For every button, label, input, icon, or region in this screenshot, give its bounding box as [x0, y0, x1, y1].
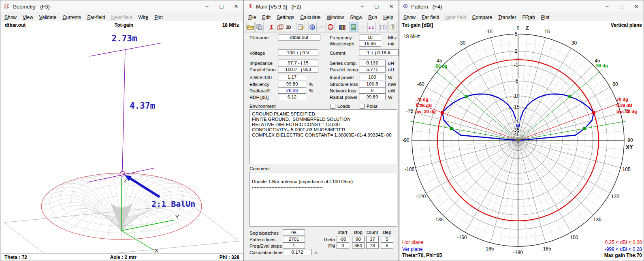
main-menu-settings[interactable]: Settings — [277, 15, 294, 20]
toolbar-button-show-description[interactable] — [379, 22, 388, 32]
maximize-button[interactable]: ▢ — [614, 0, 629, 13]
toolbar-button-geometry-view[interactable] — [276, 22, 284, 32]
polar-checkbox-label: Polar — [367, 104, 377, 109]
main-menu-edit[interactable]: Edit — [262, 15, 271, 20]
field-wavelength-value[interactable]: 16.66 — [359, 40, 381, 47]
geometry-menu-near-field: Near-field — [111, 15, 132, 20]
field-input-power-label: Input power — [330, 75, 354, 80]
field-structure-loss-value[interactable]: 106.8 — [359, 81, 386, 87]
stat-calculation-time-value[interactable]: 0.172 — [283, 249, 312, 255]
pattern-menu-fftab[interactable]: FFtab — [522, 15, 535, 20]
angle-label: -15 — [486, 29, 493, 34]
field-radiat-power-value[interactable]: 99.89 — [359, 94, 386, 100]
pattern-menu-plot[interactable]: Plot — [541, 15, 550, 20]
geometry-menu-show[interactable]: Show — [4, 15, 17, 20]
angle-label: 120 — [611, 194, 619, 199]
angle-label: -60 — [417, 81, 424, 87]
field-frequency-value[interactable]: 18 — [359, 34, 381, 41]
feedpoint-circle — [120, 171, 125, 176]
geometry-filename: dtbar.out — [5, 22, 26, 28]
sweep-theta-stop[interactable]: 90 — [352, 236, 365, 242]
main-menu-run[interactable]: Run — [368, 15, 377, 20]
main-menu-show[interactable]: Show — [350, 15, 362, 20]
geometry-menu-far-field[interactable]: Far-field — [87, 15, 105, 20]
field-network-loss-value[interactable]: 0 — [359, 87, 386, 94]
field-radiat-eff-value[interactable]: 26.06 — [278, 87, 306, 94]
field-wavelength-unit: mtr — [388, 41, 395, 46]
geometry-titlebar[interactable]: Geometry (F3) – ▢ ✕ — [0, 0, 243, 13]
minimize-button[interactable]: – — [355, 0, 369, 13]
field-input-power-value[interactable]: 100 — [359, 74, 386, 80]
geometry-3d-canvas[interactable]: XYZ2.73m4.37m2:1 BalUn — [1, 29, 244, 254]
toolbar-button-view-3d[interactable]: 3D — [285, 22, 293, 32]
pattern-menu-transfer[interactable]: Transfer — [498, 15, 516, 20]
field-filename-value[interactable]: dtbar.out — [278, 34, 320, 41]
toolbar-button-scale-1-1[interactable]: 1:1 — [367, 22, 376, 32]
field-rdf-db-value[interactable]: 6.12 — [278, 94, 306, 100]
polar-plot-canvas[interactable]: 52-1-5-10-15-25-35-45-165-150-135-120-10… — [400, 21, 644, 261]
comment-textbox[interactable]: ----------------------------------------… — [249, 172, 397, 227]
sweep-theta-start[interactable]: -90 — [337, 236, 349, 242]
toolbar-button-antenna-model[interactable] — [267, 22, 275, 32]
field-voltage-value[interactable]: 100 + j 0 V — [278, 49, 318, 56]
field-parallel-form-value[interactable]: 100 // - j 653 — [278, 66, 318, 73]
geometry-menu-plot[interactable]: Plot — [154, 15, 163, 20]
maximize-button[interactable]: ▢ — [369, 0, 384, 13]
angle-label: 30 — [571, 40, 577, 46]
field-parallel-comp-value[interactable]: 5.771 — [359, 66, 386, 73]
toolbar-button-open-file[interactable] — [246, 22, 255, 32]
toolbar-button-help[interactable]: ? — [388, 22, 397, 32]
field-impedance-value[interactable]: 97.7 - j 15 — [278, 60, 318, 66]
beam-annotation: bw: 30 dg — [616, 109, 637, 114]
minimize-button[interactable]: – — [200, 0, 214, 13]
geometry-menu-currents[interactable]: Currents — [62, 15, 81, 20]
toolbar-button-output-data[interactable] — [350, 22, 358, 32]
field-network-loss-label: Network loss — [330, 88, 356, 93]
geometry-menu-view[interactable]: View — [23, 15, 33, 20]
sweep-header-start: start — [336, 230, 350, 235]
sweep-phi-step[interactable]: 5 — [381, 242, 393, 249]
close-button[interactable]: ✕ — [629, 0, 644, 13]
angle-label: -75 — [406, 108, 414, 114]
pattern-menubar: ShowFar fieldNear fieldCompareTransferFF… — [399, 13, 644, 22]
geometry-menu-validate[interactable]: Validate — [39, 15, 57, 20]
sweep-theta-step[interactable]: 5 — [381, 236, 393, 242]
pattern-menu-far-field[interactable]: Far field — [422, 15, 439, 20]
sweep-phi-count[interactable]: 73 — [366, 242, 379, 249]
stat-seg-s-patches-value[interactable]: 95 — [283, 229, 305, 236]
toolbar-button-smith-chart[interactable] — [326, 22, 335, 32]
environment-textbox[interactable]: GROUND PLANE SPECIFIED.FINITE GROUND. SO… — [249, 109, 397, 164]
sweep-phi-stop[interactable]: 360 — [352, 242, 365, 249]
stat-pattern-lines-value[interactable]: 2701 — [283, 236, 305, 242]
field-series-comp-value[interactable]: 0.132 — [359, 60, 386, 66]
main-menu-help[interactable]: Help — [383, 15, 393, 20]
close-button[interactable]: ✕ — [384, 0, 399, 13]
sweep-theta-count[interactable]: 37 — [366, 236, 379, 242]
geometry-window: Geometry (F3) – ▢ ✕ ShowViewValidateCurr… — [0, 0, 244, 261]
toolbar-button-optimizer[interactable] — [338, 22, 346, 32]
polar-checkbox[interactable] — [360, 104, 365, 109]
pattern-titlebar[interactable]: Pattern (F4) – ▢ ✕ — [399, 0, 644, 13]
pattern-menu-show[interactable]: Show — [403, 15, 416, 20]
main-menu-window[interactable]: Window — [326, 15, 344, 20]
maximize-button[interactable]: ▢ — [214, 0, 229, 13]
close-button[interactable]: ✕ — [229, 0, 243, 13]
sweep-phi-start[interactable]: 0 — [337, 242, 349, 249]
field-s-w-r-100-value[interactable]: 1.17 — [278, 74, 306, 80]
field-current-value[interactable]: 1 + j 0.15 A — [359, 49, 399, 56]
minimize-button[interactable]: – — [600, 0, 614, 13]
main-titlebar[interactable]: Main [V5.9.3] (F2) – ▢ ✕ — [244, 0, 399, 13]
stat-freq-eval-steps-value[interactable]: 1 — [283, 242, 305, 249]
sweep-row-phi-label: Phi — [311, 244, 335, 248]
toolbar-button-save-copy[interactable] — [255, 22, 264, 32]
toolbar-button-edit-nec-file[interactable] — [296, 22, 305, 32]
toolbar-button-far-field-pattern[interactable] — [308, 22, 317, 32]
main-menu-calculate[interactable]: Calculate — [300, 15, 320, 20]
pattern-menu-compare[interactable]: Compare — [472, 15, 492, 20]
geometry-menu-wire[interactable]: Wire — [138, 15, 148, 20]
ring-db-label: 2 — [515, 48, 518, 54]
legend-max-gain: Max gain The:70 — [604, 252, 642, 258]
main-menu-file[interactable]: File — [248, 15, 256, 20]
field-efficiency-value[interactable]: 99.89 — [278, 81, 306, 87]
loads-checkbox[interactable] — [331, 104, 335, 109]
